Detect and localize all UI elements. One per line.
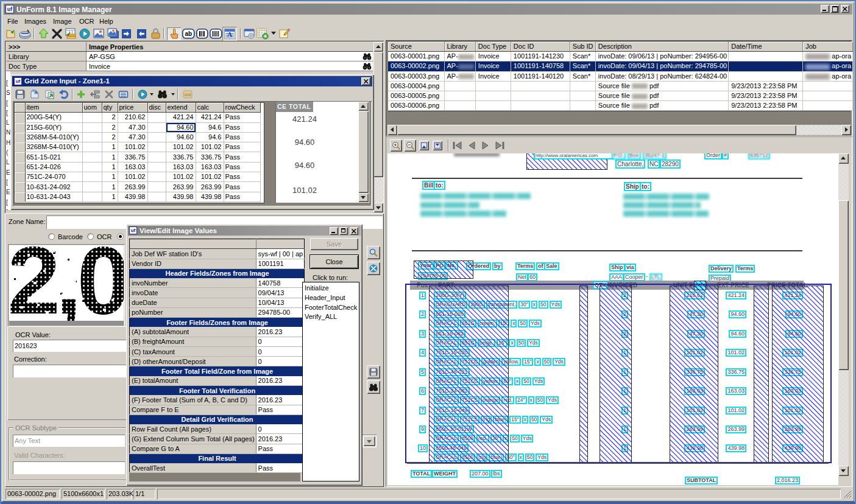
- svg-text:xml: xml: [184, 93, 191, 97]
- svg-text:A: A: [227, 30, 232, 38]
- svg-text:ab: ab: [185, 30, 193, 37]
